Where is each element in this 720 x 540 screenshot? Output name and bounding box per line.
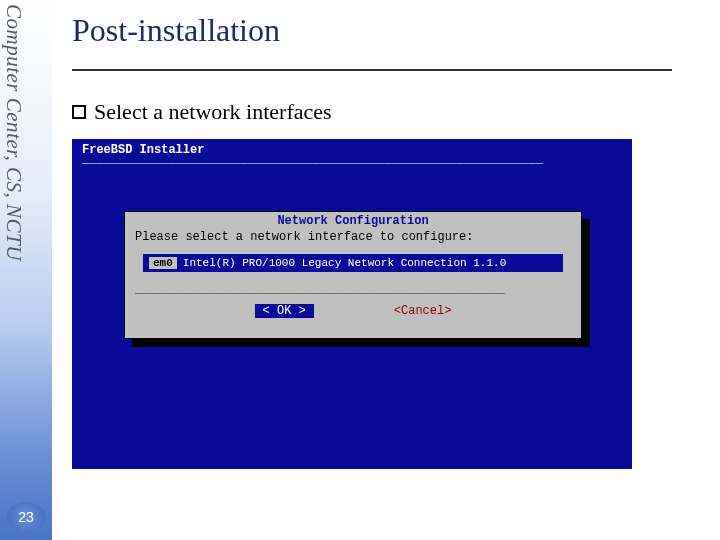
installer-header: FreeBSD Installer	[82, 143, 204, 157]
slide-content: Post-installation Select a network inter…	[72, 0, 710, 540]
installer-divider: ────────────────────────────────────────…	[82, 157, 622, 171]
dialog-buttons: < OK > <Cancel>	[125, 304, 581, 318]
sidebar-label: Computer Center, CS, NCTU	[1, 4, 26, 261]
page-number: 23	[6, 502, 46, 532]
sidebar: Computer Center, CS, NCTU	[0, 0, 52, 540]
title-rule	[72, 69, 672, 71]
dialog-separator: ────────────────────────────────────────…	[135, 288, 571, 300]
bullet-row: Select a network interfaces	[72, 99, 710, 125]
ok-button[interactable]: < OK >	[255, 304, 314, 318]
bullet-icon	[72, 105, 86, 119]
dialog-title: Network Configuration	[125, 214, 581, 228]
interface-description: Intel(R) PRO/1000 Legacy Network Connect…	[183, 257, 506, 269]
slide-title: Post-installation	[72, 12, 710, 49]
installer-screenshot: FreeBSD Installer ──────────────────────…	[72, 139, 632, 469]
interface-name: em0	[149, 257, 177, 269]
cancel-button[interactable]: <Cancel>	[394, 304, 452, 318]
bullet-text: Select a network interfaces	[94, 99, 332, 125]
interface-row[interactable]: em0 Intel(R) PRO/1000 Legacy Network Con…	[143, 254, 563, 272]
network-config-dialog: Network Configuration Please select a ne…	[124, 211, 582, 339]
dialog-prompt: Please select a network interface to con…	[135, 230, 571, 244]
